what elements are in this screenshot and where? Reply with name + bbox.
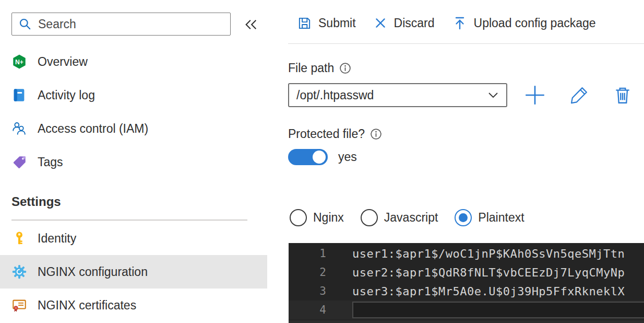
line-number: 2 bbox=[289, 266, 352, 279]
radio-nginx[interactable]: Nginx bbox=[290, 209, 344, 226]
nginx-logo-icon: N+ bbox=[11, 54, 27, 70]
command-bar: Submit Discard Upload config package bbox=[297, 10, 596, 36]
radio-label: Nginx bbox=[313, 211, 344, 225]
file-path-dropdown[interactable]: /opt/.htpasswd bbox=[288, 83, 507, 107]
resource-menu-sidebar: N+ Overview Activity log Access control … bbox=[0, 0, 267, 323]
sidebar-item-label: Activity log bbox=[38, 88, 95, 102]
configuration-pane: Submit Discard Upload config package Fil… bbox=[288, 0, 644, 323]
sidebar-item-label: NGINX certificates bbox=[38, 298, 136, 313]
sidebar-item-identity[interactable]: Identity bbox=[0, 222, 267, 255]
sidebar-item-overview[interactable]: N+ Overview bbox=[0, 45, 267, 78]
radio-circle-icon bbox=[361, 209, 378, 226]
trash-icon bbox=[613, 85, 633, 105]
certificate-icon bbox=[11, 297, 27, 313]
chevron-down-icon bbox=[487, 91, 499, 99]
key-icon bbox=[11, 230, 27, 246]
info-icon[interactable] bbox=[370, 128, 382, 140]
sidebar-item-nginx-configuration[interactable]: NGINX configuration bbox=[0, 255, 267, 289]
nginx-configuration-page: N+ Overview Activity log Access control … bbox=[0, 0, 644, 323]
delete-file-button[interactable] bbox=[612, 84, 634, 106]
sidebar-item-label: Identity bbox=[38, 232, 76, 246]
sidebar-item-tags[interactable]: Tags bbox=[0, 145, 267, 179]
radio-label: Plaintext bbox=[478, 211, 524, 225]
line-number: 4 bbox=[289, 304, 352, 316]
radio-circle-icon bbox=[455, 209, 472, 226]
config-file-editor[interactable]: 1 user1:$apr1$/woC1jnP$KAh0SsVn5qeSMjTtn… bbox=[289, 243, 644, 323]
sidebar-item-label: NGINX configuration bbox=[38, 265, 148, 279]
gear-icon bbox=[11, 264, 27, 280]
submit-label: Submit bbox=[318, 16, 356, 30]
editor-cursor-box[interactable] bbox=[352, 302, 644, 318]
format-radio-group: Nginx Javascript Plaintext bbox=[290, 208, 524, 227]
close-icon bbox=[374, 16, 387, 30]
upload-label: Upload config package bbox=[474, 16, 596, 30]
settings-divider bbox=[11, 220, 247, 221]
access-control-icon bbox=[11, 121, 27, 136]
sidebar-item-activity-log[interactable]: Activity log bbox=[0, 78, 267, 112]
editor-line-current[interactable]: 4 bbox=[289, 301, 644, 319]
line-number: 3 bbox=[289, 285, 352, 297]
add-file-button[interactable] bbox=[524, 84, 546, 106]
file-path-field-label: File path bbox=[288, 61, 351, 75]
activity-log-icon bbox=[11, 87, 27, 103]
search-icon bbox=[18, 17, 32, 31]
line-number: 1 bbox=[289, 247, 352, 260]
submit-button[interactable]: Submit bbox=[297, 16, 356, 30]
editor-scrollbar-track[interactable] bbox=[289, 319, 644, 323]
file-path-value: /opt/.htpasswd bbox=[296, 88, 374, 102]
save-icon bbox=[297, 16, 312, 30]
file-path-label: File path bbox=[288, 61, 334, 75]
plus-icon bbox=[524, 85, 545, 106]
protected-file-toggle[interactable] bbox=[288, 149, 328, 165]
editor-line: 1 user1:$apr1$/woC1jnP$KAh0SsVn5qeSMjTtn bbox=[289, 244, 644, 263]
sidebar-item-nginx-certificates[interactable]: NGINX certificates bbox=[0, 289, 267, 322]
sidebar-item-label: Overview bbox=[38, 55, 88, 69]
svg-text:N+: N+ bbox=[15, 59, 23, 66]
line-content: user2:$apr1$QdR8fNLT$vbCEEzDj7LyqCMyNp bbox=[352, 266, 625, 279]
sidebar-item-access-control[interactable]: Access control (IAM) bbox=[0, 112, 267, 145]
radio-plaintext[interactable]: Plaintext bbox=[455, 209, 524, 226]
sidebar-item-label: Tags bbox=[38, 155, 63, 169]
sidebar-search-box[interactable] bbox=[11, 13, 231, 36]
editor-line: 2 user2:$apr1$QdR8fNLT$vbCEEzDj7LyqCMyNp bbox=[289, 263, 644, 282]
editor-line: 3 user3:$apr1$Mr5A0e.U$0j39Hp5FfxRkneklX bbox=[289, 282, 644, 301]
radio-circle-icon bbox=[290, 209, 307, 226]
discard-button[interactable]: Discard bbox=[374, 16, 435, 30]
collapse-sidebar-button[interactable] bbox=[242, 16, 260, 33]
toggle-knob bbox=[313, 151, 326, 164]
radio-label: Javascript bbox=[384, 211, 438, 225]
upload-icon bbox=[452, 16, 467, 30]
edit-file-button[interactable] bbox=[568, 84, 590, 106]
chevron-double-left-icon bbox=[244, 18, 258, 31]
upload-config-package-button[interactable]: Upload config package bbox=[452, 16, 596, 30]
info-icon[interactable] bbox=[339, 62, 351, 74]
toggle-state-label: yes bbox=[338, 150, 357, 164]
protected-file-label: Protected file? bbox=[288, 127, 365, 141]
toolbar-divider bbox=[288, 43, 644, 44]
protected-file-field-label: Protected file? bbox=[288, 127, 382, 141]
tag-icon bbox=[11, 154, 27, 170]
radio-javascript[interactable]: Javascript bbox=[361, 209, 438, 226]
line-content: user1:$apr1$/woC1jnP$KAh0SsVn5qeSMjTtn bbox=[352, 247, 625, 260]
settings-section-heading: Settings bbox=[11, 194, 61, 209]
line-content: user3:$apr1$Mr5A0e.U$0j39Hp5FfxRkneklX bbox=[352, 285, 625, 298]
sidebar-item-label: Access control (IAM) bbox=[38, 122, 148, 136]
pencil-icon bbox=[569, 85, 590, 106]
search-input[interactable] bbox=[38, 17, 224, 31]
discard-label: Discard bbox=[394, 16, 435, 30]
